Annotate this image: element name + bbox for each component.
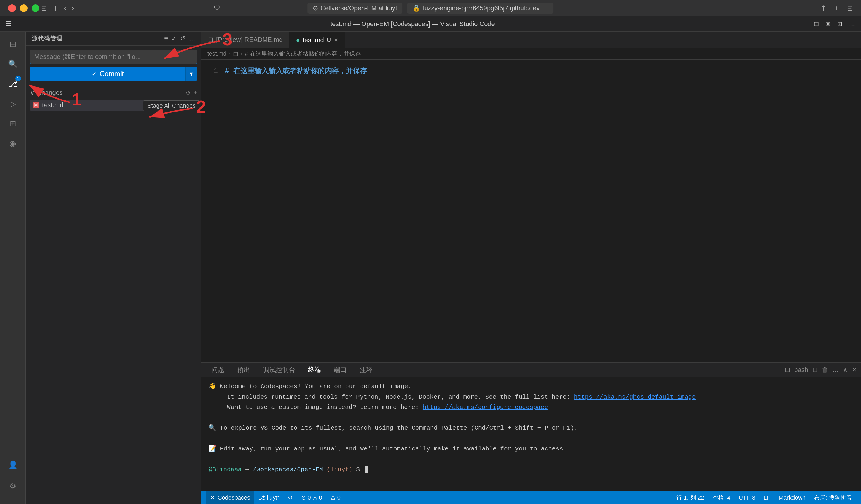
fullscreen-button[interactable] (32, 4, 39, 12)
status-eol[interactable]: LF (760, 494, 774, 501)
add-tab-icon[interactable]: + (835, 4, 839, 12)
changes-header: ∨ Changes ↺ + Stage All Changes (30, 87, 197, 98)
windows-icon[interactable]: ⊞ (847, 4, 853, 12)
browser-tab-bar: ⊙ Cellverse/Open-EM at liuyt 🔒 fuzzy-eng… (308, 3, 554, 14)
activity-search[interactable]: 🔍 (4, 55, 22, 73)
split-terminal-icon[interactable]: ⊟ (785, 366, 790, 374)
file-tab-icon: ● (296, 36, 300, 44)
breadcrumb: test.md › ⊟ › # 在这里输入输入或者粘贴你的内容，并保存 (202, 48, 861, 60)
line-content-1: # 在这里输入输入或者粘贴你的内容，并保存 (225, 66, 861, 75)
terminal-line-2: - Want to use a custom image instead? Le… (208, 403, 854, 412)
ime-label: 布局: 搜狗拼音 (814, 494, 852, 502)
share-icon[interactable]: ⬆ (821, 4, 826, 12)
activity-account[interactable]: 👤 (4, 456, 22, 474)
modified-badge: U (327, 37, 331, 43)
status-cursor[interactable]: 行 1, 列 22 (672, 494, 708, 502)
activity-settings[interactable]: ⚙ (4, 477, 22, 495)
close-tab-icon[interactable]: ✕ (334, 37, 338, 43)
customize-layout-icon[interactable]: ⊟ (814, 20, 819, 28)
line-number-1: 1 (202, 67, 225, 75)
back-button[interactable]: ⊟ (41, 4, 47, 12)
terminal-prompt-line: @Blindaaa → /workspaces/Open-EM (liuyt) … (208, 465, 854, 474)
tab-testmd[interactable]: ● test.md U ✕ (289, 32, 345, 48)
eol-label: LF (764, 494, 770, 501)
terminal-tab-comments[interactable]: 注释 (354, 364, 378, 376)
check-icon: ✓ (91, 70, 97, 78)
refresh-icon[interactable]: ↺ (180, 35, 186, 42)
activity-source-control[interactable]: ⎇ 1 (4, 75, 22, 93)
terminal-line-blank-3 (208, 455, 854, 464)
changes-header-left: ∨ Changes (30, 89, 63, 97)
terminal-content: 👋 Welcome to Codespaces! You are on our … (202, 377, 861, 491)
status-errors[interactable]: ⊙ 0 △ 0 (297, 491, 326, 504)
clear-terminal-icon[interactable]: 🗑 (822, 366, 828, 374)
stage-all-icon[interactable]: + Stage All Changes (194, 89, 197, 96)
settings-icon: ⚙ (9, 481, 16, 491)
status-ime[interactable]: 布局: 搜狗拼音 (810, 494, 856, 502)
panel-icon[interactable]: ⊡ (837, 20, 842, 28)
status-sync[interactable]: ↺ (284, 491, 297, 504)
terminal-tab-ports[interactable]: 端口 (328, 364, 353, 376)
account-icon: 👤 (8, 460, 17, 470)
status-codespaces[interactable]: ✕ Codespaces (206, 491, 254, 504)
preview-tab-icon: ⊟ (208, 36, 213, 44)
list-view-icon[interactable]: ≡ (164, 35, 168, 42)
commit-button[interactable]: ✓ Commit (30, 67, 186, 81)
close-button[interactable] (8, 4, 16, 12)
commit-button-area: ✓ Commit ▾ (26, 67, 201, 85)
hamburger-icon[interactable]: ☰ (6, 20, 12, 28)
terminal-tab-terminal[interactable]: 终端 (302, 364, 327, 376)
repo-tab[interactable]: ⊙ Cellverse/Open-EM at liuyt (308, 3, 402, 14)
terminal-line-blank-1 (208, 413, 854, 423)
more-actions-icon[interactable]: … (849, 20, 855, 28)
close-panel-icon[interactable]: ✕ (852, 366, 857, 374)
new-terminal-icon[interactable]: + (777, 366, 781, 374)
branch-icon: ⎇ (258, 494, 265, 501)
source-control-panel: 源代码管理 ≡ ✓ ↺ … ✓ Commit ▾ (26, 32, 202, 504)
titlebar-right-icons: ⊟ ⊠ ⊡ … (814, 20, 855, 28)
branch-label: liuyt* (267, 494, 279, 501)
more-terminal-icon[interactable]: … (832, 366, 839, 374)
security-icon: 🛡 (214, 4, 220, 12)
codespaces-label: Codespaces (218, 494, 250, 501)
changes-collapse-icon[interactable]: ∨ (30, 89, 35, 97)
changes-header-actions: ↺ + Stage All Changes (186, 89, 197, 96)
terminal-tab-problems[interactable]: 问题 (206, 364, 230, 376)
activity-explorer[interactable]: ⊟ (4, 35, 22, 53)
terminal-tab-output[interactable]: 输出 (231, 364, 256, 376)
minimize-button[interactable] (20, 4, 28, 12)
terminal-tab-debug[interactable]: 调试控制台 (257, 364, 301, 376)
activity-extensions[interactable]: ⊞ (4, 115, 22, 132)
activity-run-debug[interactable]: ▷ (4, 95, 22, 112)
cursor-position: 行 1, 列 22 (676, 494, 704, 502)
status-language[interactable]: Markdown (775, 494, 810, 501)
terminal-line-welcome: 👋 Welcome to Codespaces! You are on our … (208, 382, 854, 391)
check-all-icon[interactable]: ✓ (171, 35, 177, 42)
maximize-panel-icon[interactable]: ∧ (843, 366, 848, 374)
editor-content[interactable]: 1 # 在这里输入输入或者粘贴你的内容，并保存 (202, 60, 861, 362)
nav-back[interactable]: ‹ (64, 4, 67, 12)
sidebar-header: 源代码管理 ≡ ✓ ↺ … (26, 32, 201, 46)
status-bar: ✕ Codespaces ⎇ liuyt* ↺ ⊙ 0 △ 0 ⚠ 0 (202, 491, 861, 504)
status-encoding[interactable]: UTF-8 (735, 494, 760, 501)
layout-button[interactable]: ◫ (52, 4, 59, 12)
breadcrumb-file: test.md (207, 50, 227, 57)
sync-icon: ↺ (288, 494, 293, 501)
more-options-icon[interactable]: … (189, 35, 195, 42)
activity-github[interactable]: ◉ (4, 135, 22, 152)
status-indent[interactable]: 空格: 4 (708, 494, 735, 502)
split-editor-icon[interactable]: ⊠ (825, 20, 831, 28)
url-bar[interactable]: 🔒 fuzzy-engine-pjrrr6459pg6f5j7.github.d… (407, 3, 554, 14)
discard-all-icon[interactable]: ↺ (186, 89, 191, 96)
stage-all-tooltip: Stage All Changes (143, 100, 200, 111)
status-branch[interactable]: ⎇ liuyt* (254, 491, 284, 504)
github-tab-icon: ⊙ (313, 4, 318, 12)
warning-count: 0 (319, 494, 322, 501)
terminal-line-1: - It includes runtimes and tools for Pyt… (208, 392, 854, 402)
kill-terminal-icon[interactable]: ⊟ (812, 366, 818, 374)
status-info[interactable]: ⚠ 0 (326, 491, 345, 504)
nav-forward[interactable]: › (72, 4, 74, 12)
commit-message-input[interactable] (30, 50, 197, 64)
commit-dropdown-button[interactable]: ▾ (186, 67, 197, 81)
tab-preview-readme[interactable]: ⊟ [Preview] README.md (202, 32, 289, 48)
